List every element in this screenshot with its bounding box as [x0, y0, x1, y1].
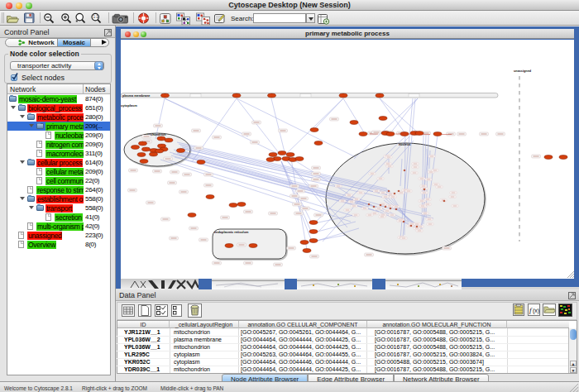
svg-text:nucleus: nucleus — [399, 143, 410, 146]
svg-text:1:1: 1:1 — [93, 15, 99, 19]
svg-text:(x): (x) — [533, 308, 539, 314]
svg-text:endoplasmic reticulum: endoplasmic reticulum — [214, 231, 249, 234]
svg-text:unassigned: unassigned — [514, 69, 532, 73]
svg-text:plasma membrane: plasma membrane — [122, 94, 150, 98]
svg-text:cytoplasm: cytoplasm — [121, 103, 137, 108]
